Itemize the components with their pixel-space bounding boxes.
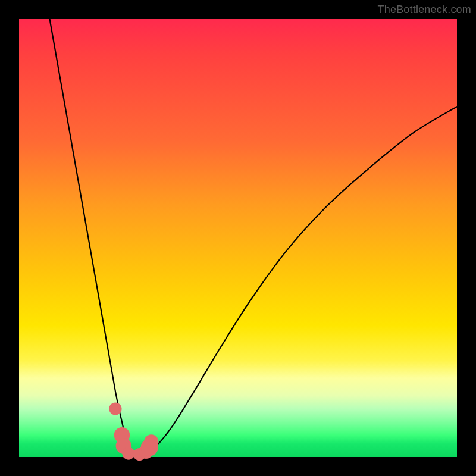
chart-svg: [19, 19, 457, 457]
marker-dot: [122, 447, 134, 459]
highlight-markers: [109, 402, 158, 461]
chart-frame: TheBottleneck.com: [0, 0, 476, 476]
marker-dot: [144, 434, 158, 449]
watermark-text: TheBottleneck.com: [378, 4, 471, 16]
bottleneck-curve: [50, 19, 457, 455]
marker-dot: [109, 402, 121, 415]
